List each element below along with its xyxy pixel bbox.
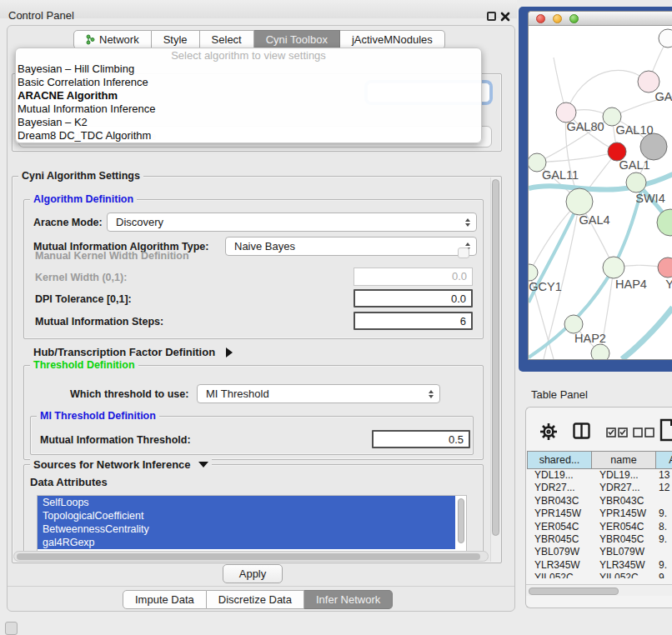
node-label: Y <box>665 278 672 291</box>
network-node[interactable] <box>657 209 672 236</box>
algorithm-option[interactable]: Bayesian – K2 <box>16 116 481 129</box>
list-scrollbar[interactable] <box>458 498 464 543</box>
table-row[interactable]: YPR145WYPR145W9. <box>527 508 672 520</box>
table-cell[interactable]: YER054C <box>592 521 656 533</box>
table-cell[interactable]: YPR145W <box>527 508 592 520</box>
kernel-width-field[interactable]: 0.0 <box>354 268 473 286</box>
table-row[interactable]: YBR045CYBR045C9. <box>527 533 672 546</box>
network-node-gal4[interactable] <box>566 188 593 215</box>
table-row[interactable]: YBR043CYBR043C <box>527 495 672 508</box>
sources-toggle[interactable]: Sources for Network Inference <box>30 458 212 471</box>
network-node[interactable] <box>591 344 609 360</box>
column-header[interactable]: A <box>656 451 672 469</box>
algorithm-option[interactable]: Basic Correlation Inference <box>16 76 481 89</box>
network-node[interactable] <box>659 29 672 48</box>
algorithm-option[interactable]: ARACNE Algorithm <box>16 89 481 102</box>
network-canvas[interactable]: GALGAL80GAL10GAL1GAL11SWI4GAL4HAP4YGCY1H… <box>529 26 672 360</box>
show-columns-icon[interactable] <box>606 428 628 438</box>
table-cell[interactable] <box>656 546 672 558</box>
table-panel-title: Table Panel <box>531 388 588 401</box>
minimized-panel-icon[interactable] <box>5 622 18 635</box>
minimize-traffic-light-icon[interactable] <box>553 14 562 23</box>
bottom-tab-discretize-data[interactable]: Discretize Data <box>207 590 304 609</box>
zoom-traffic-light-icon[interactable] <box>569 14 579 23</box>
table-cell[interactable]: 9. <box>656 559 672 572</box>
attribute-item[interactable]: TopologicalCoefficient <box>38 509 455 522</box>
table-cell[interactable]: 9. <box>656 508 672 520</box>
table-row[interactable]: YDR27...YDR27...12 <box>527 482 672 494</box>
tab-select[interactable]: Select <box>200 30 254 49</box>
table-cell[interactable]: YBR043C <box>527 495 592 508</box>
table-cell[interactable] <box>656 495 672 508</box>
manual-kernel-checkbox[interactable] <box>458 248 469 258</box>
aracne-mode-combo[interactable]: Discovery <box>107 212 477 232</box>
table-cell[interactable]: 9. <box>656 533 672 546</box>
attribute-item[interactable]: BetweennessCentrality <box>38 522 455 536</box>
table-cell[interactable]: YDL19... <box>592 469 656 482</box>
network-node[interactable] <box>640 133 667 160</box>
algorithm-option[interactable]: Mutual Information Inference <box>16 102 481 116</box>
algorithm-option[interactable]: Dream8 DC_TDC Algorithm <box>16 129 481 142</box>
network-window-titlebar[interactable] <box>529 12 672 26</box>
split-view-icon[interactable] <box>573 422 590 439</box>
mi-threshold-field[interactable]: 0.5 <box>372 430 470 448</box>
tab-jactivemnodules[interactable]: jActiveMNodules <box>340 30 445 49</box>
hide-columns-icon[interactable] <box>633 428 654 438</box>
table-row[interactable]: YLR345WYLR345W9. <box>527 559 672 572</box>
table-cell[interactable]: 9. <box>656 572 672 578</box>
mi-type-combo[interactable]: Naive Bayes <box>225 237 477 256</box>
table-cell[interactable]: YBL079W <box>527 546 592 558</box>
table-cell[interactable]: YBL079W <box>592 546 656 558</box>
float-window-icon[interactable] <box>487 12 496 21</box>
table-cell[interactable]: 8. <box>656 521 672 533</box>
attribute-item[interactable]: gal4RGexp <box>38 536 455 549</box>
table-hscroll-track[interactable] <box>526 584 672 596</box>
table-hscroll-thumb[interactable] <box>529 588 619 595</box>
tab-cyni-toolbox[interactable]: Cyni Toolbox <box>254 30 340 49</box>
table-cell[interactable]: YBR043C <box>592 495 656 508</box>
settings-gear-icon[interactable] <box>539 422 558 441</box>
table-cell[interactable]: YDR27... <box>527 482 592 494</box>
settings-hscroll-thumb[interactable] <box>17 553 480 560</box>
close-icon[interactable] <box>500 12 510 22</box>
table-cell[interactable]: YPR145W <box>592 508 656 520</box>
table-cell[interactable]: YIL052C <box>527 572 592 578</box>
new-table-icon[interactable] <box>659 418 672 442</box>
network-node-hap2[interactable] <box>564 315 583 333</box>
network-node-swi4[interactable] <box>626 172 646 192</box>
table-cell[interactable]: YLR345W <box>592 559 656 572</box>
network-edge-highlighted[interactable] <box>622 308 672 359</box>
table-cell[interactable]: YER054C <box>527 521 592 533</box>
column-header[interactable]: name <box>592 451 656 469</box>
table-row[interactable]: YBL079WYBL079W <box>527 546 672 558</box>
network-edge[interactable] <box>537 152 617 162</box>
tab-style[interactable]: Style <box>152 30 200 49</box>
table-cell[interactable]: YIL052C <box>592 572 656 578</box>
bottom-tab-impute-data[interactable]: Impute Data <box>123 590 207 609</box>
table-row[interactable]: YER054CYER054C8. <box>527 521 672 533</box>
table-row[interactable]: YDL19...YDL19...13 <box>527 469 672 482</box>
table-cell[interactable]: YBR045C <box>527 533 592 546</box>
table-cell[interactable]: YDR27... <box>592 482 656 494</box>
bottom-tab-infer-network[interactable]: Infer Network <box>304 590 393 609</box>
table-cell[interactable]: YLR345W <box>527 559 592 572</box>
settings-vscroll-thumb[interactable] <box>492 179 499 536</box>
apply-button[interactable]: Apply <box>223 564 283 583</box>
table-cell[interactable]: 12 <box>656 482 672 494</box>
mi-steps-field[interactable]: 6 <box>354 312 473 330</box>
hub-definition-toggle[interactable]: Hub/Transcription Factor Definition <box>33 346 233 358</box>
network-node-y[interactable] <box>658 258 672 278</box>
table-cell[interactable]: YBR045C <box>592 533 656 546</box>
which-threshold-combo[interactable]: MI Threshold <box>197 384 440 403</box>
table-row[interactable]: YIL052CYIL052C9. <box>527 572 672 578</box>
dpi-tolerance-field[interactable]: 0.0 <box>354 289 473 308</box>
table-cell[interactable]: YDL19... <box>527 469 592 482</box>
tab-network[interactable]: Network <box>73 30 152 49</box>
table-cell[interactable]: 13 <box>656 469 672 482</box>
attribute-item[interactable]: SelfLoops <box>38 496 455 509</box>
network-node-hap4[interactable] <box>603 257 624 278</box>
algorithm-option[interactable]: Bayesian – Hill Climbing <box>16 62 481 76</box>
network-node-gcy1[interactable] <box>529 264 538 281</box>
close-traffic-light-icon[interactable] <box>536 14 545 23</box>
column-header[interactable]: shared... <box>527 451 592 469</box>
